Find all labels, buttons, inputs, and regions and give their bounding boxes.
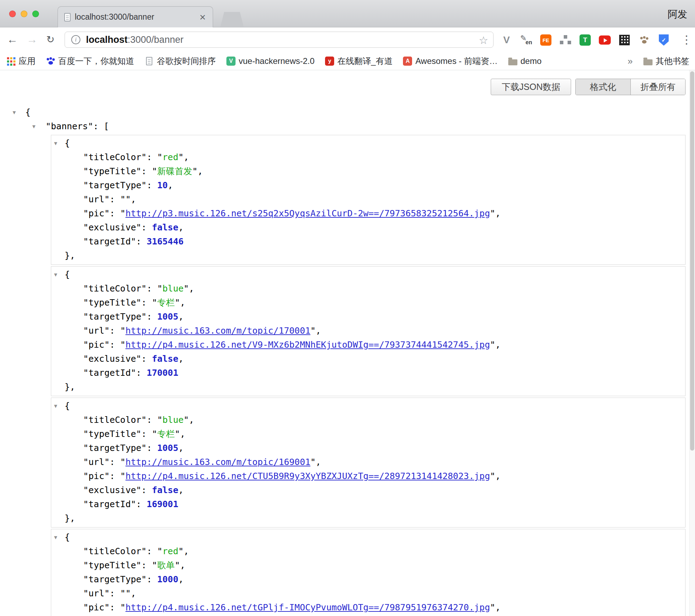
json-url-link[interactable]: http://music.163.com/m/topic/169001: [125, 457, 310, 467]
json-token: :: [141, 429, 152, 439]
json-token: "pic": [83, 340, 110, 350]
json-token: ": [175, 429, 180, 439]
json-token: 新碟首发: [157, 166, 192, 176]
scrollbar-thumb[interactable]: [690, 71, 694, 451]
profile-name[interactable]: 阿发: [668, 8, 687, 21]
close-window-button[interactable]: [9, 11, 16, 17]
json-token: ": [157, 415, 163, 425]
bookmark-item[interactable]: demo: [508, 56, 542, 66]
json-token: 歌单: [157, 560, 175, 570]
json-line-typeTitle: "typeTitle": "专栏",: [51, 296, 685, 310]
json-token: 专栏: [157, 297, 175, 308]
json-token: "targetType": [83, 180, 147, 190]
json-object-open-line: {: [51, 136, 685, 150]
scrollbar[interactable]: [689, 70, 695, 616]
bookmark-item[interactable]: 谷歌按时间排序: [145, 55, 216, 67]
json-line-targetType: "targetType": 1005,: [51, 310, 685, 324]
page-icon: [145, 57, 154, 66]
json-token: ": [178, 152, 184, 162]
new-tab-button[interactable]: [220, 12, 244, 27]
other-bookmarks-folder[interactable]: 其他书签: [643, 52, 689, 70]
json-token: "exclusive": [83, 485, 141, 495]
browser-tab[interactable]: localhost:3000/banner ×: [58, 6, 213, 27]
json-url-link[interactable]: http://p4.music.126.net/CTU5B9R9y3XyYBZX…: [125, 471, 490, 481]
json-url-link[interactable]: http://p4.music.126.net/V9-MXz6b2MNhEKju…: [125, 340, 490, 350]
json-token: red: [163, 152, 178, 162]
json-token: false: [152, 485, 178, 495]
collapse-all-button[interactable]: 折叠所有: [630, 79, 685, 95]
minimize-window-button[interactable]: [21, 11, 27, 17]
video-icon[interactable]: [598, 33, 611, 47]
bookmark-star-icon[interactable]: ☆: [479, 34, 488, 46]
json-token: :: [147, 152, 157, 162]
json-token: ,: [184, 152, 189, 162]
reload-button[interactable]: ↻: [46, 33, 54, 47]
json-object-box: {"titleColor": "red","typeTitle": "新碟首发"…: [51, 135, 686, 265]
bookmark-label: vue-hackernews-2.0: [239, 56, 315, 66]
json-token: "targetType": [83, 312, 147, 322]
json-token: "": [120, 588, 131, 598]
qr-code-icon[interactable]: [618, 33, 631, 47]
json-token: "typeTitle": [83, 166, 141, 176]
json-token: :: [110, 457, 120, 467]
json-line-pic: "pic": "http://p4.music.126.net/V9-MXz6b…: [51, 338, 685, 352]
format-button[interactable]: 格式化: [576, 79, 630, 95]
json-token: },: [65, 513, 75, 523]
paw-icon[interactable]: [638, 33, 650, 47]
forward-button[interactable]: →: [27, 33, 38, 47]
bookmark-item[interactable]: AAwesomes - 前端资…: [403, 55, 497, 67]
menu-kebab-icon[interactable]: ⋮: [681, 33, 692, 46]
json-token: 170001: [147, 368, 178, 378]
json-token: ": [192, 166, 198, 176]
bookmarks-overflow-chevron[interactable]: »: [628, 56, 633, 67]
collapse-triangle-icon[interactable]: [54, 136, 57, 150]
json-object-close-line: },: [51, 249, 685, 263]
json-token: ": [120, 457, 125, 467]
json-line-typeTitle: "typeTitle": "专栏",: [51, 427, 685, 441]
fe-icon[interactable]: FE: [540, 33, 552, 47]
bookmark-item[interactable]: y在线翻译_有道: [325, 55, 392, 67]
vimium-icon[interactable]: V: [500, 33, 513, 47]
collapse-triangle-icon[interactable]: [13, 105, 16, 119]
json-url-link[interactable]: http://music.163.com/m/topic/170001: [125, 326, 310, 336]
tab-close-icon[interactable]: ×: [199, 12, 206, 22]
json-object-open-line: {: [51, 399, 685, 413]
json-token: "targetId": [83, 368, 136, 378]
collapse-triangle-icon[interactable]: [54, 399, 57, 413]
zoom-window-button[interactable]: [32, 11, 39, 17]
json-token: ,: [316, 457, 321, 467]
json-token: "pic": [83, 471, 110, 481]
json-line-url: "url": "",: [51, 192, 685, 207]
sitemap-icon[interactable]: [559, 33, 572, 47]
json-object-box: {"titleColor": "blue","typeTitle": "专栏",…: [51, 398, 686, 527]
json-token: ,: [180, 429, 185, 439]
json-url-link[interactable]: http://p4.music.126.net/tGPljf-IMOCyPvum…: [125, 602, 490, 612]
json-token: {: [65, 269, 70, 280]
back-button[interactable]: ←: [7, 33, 18, 47]
translate-icon[interactable]: en: [520, 33, 532, 47]
collapse-triangle-icon[interactable]: [54, 530, 57, 544]
collapse-triangle-icon[interactable]: [32, 119, 35, 133]
json-token: :: [147, 283, 157, 294]
vue-icon: V: [226, 57, 236, 66]
bookmark-item[interactable]: 应用: [6, 55, 35, 67]
collapse-triangle-icon[interactable]: [54, 268, 57, 282]
json-token: ": [490, 471, 495, 481]
json-token: red: [163, 546, 178, 556]
json-token: "banners": [: [46, 121, 109, 131]
address-bar[interactable]: i localhost:3000/banner ☆: [65, 32, 494, 48]
json-token: ": [157, 152, 163, 162]
bookmark-label: 百度一下，你就知道: [58, 55, 134, 67]
json-url-link[interactable]: http://p3.music.126.net/s25q2x5QyqsAzilC…: [125, 208, 490, 218]
shield-blue-icon[interactable]: ✓: [657, 33, 670, 47]
json-token: :: [147, 574, 157, 584]
download-json-button[interactable]: 下载JSON数据: [491, 79, 571, 95]
bookmark-item[interactable]: Vvue-hackernews-2.0: [226, 56, 315, 66]
json-token: ": [490, 602, 495, 612]
shield-green-icon[interactable]: T: [579, 33, 591, 47]
json-token: "titleColor": [83, 152, 147, 162]
json-token: ,: [178, 574, 184, 584]
json-line-exclusive: "exclusive": false,: [51, 352, 685, 366]
page-info-icon[interactable]: i: [71, 35, 80, 44]
bookmark-item[interactable]: 百度一下，你就知道: [46, 55, 134, 67]
